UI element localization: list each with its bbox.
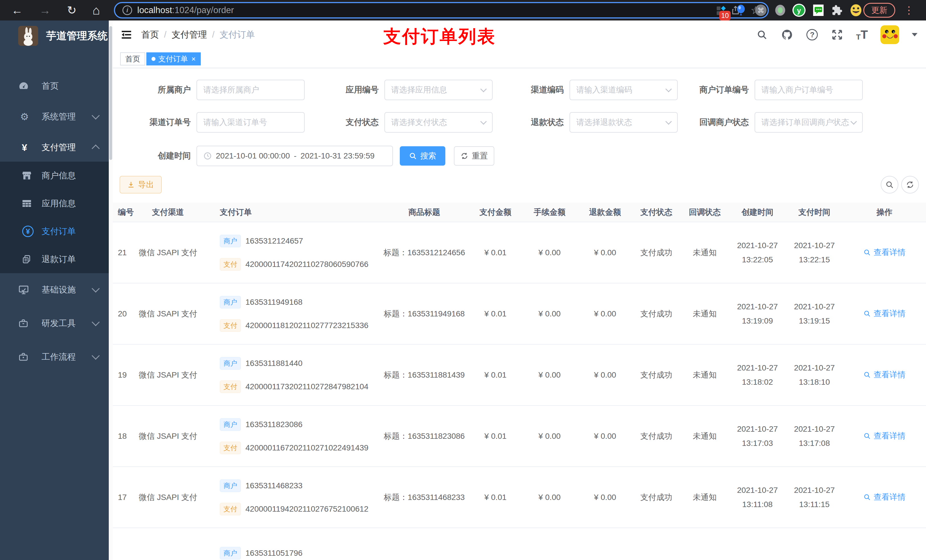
search-icon[interactable] [756,29,768,41]
export-button[interactable]: 导出 [120,176,162,193]
placeholder: 请选择退款状态 [576,117,632,128]
sidebar-item-label: 基础设施 [42,284,76,296]
date-end: 2021-10-31 23:59:59 [300,151,374,160]
sidebar-item-refund-order[interactable]: 退款订单 [0,245,109,273]
sidebar-item-label: 系统管理 [42,111,76,123]
breadcrumb: 首页 / 支付管理 / 支付订单 [141,21,255,49]
refund-status-select[interactable]: 请选择退款状态 [569,112,678,133]
view-detail-link[interactable]: 查看详情 [863,492,905,503]
view-detail-link[interactable]: 查看详情 [863,430,905,441]
grid-extension-icon[interactable]: 10 [714,3,728,17]
dot-extension-icon[interactable] [773,3,787,17]
col-channel: 支付渠道 [137,202,199,222]
breadcrumb-separator: / [212,30,215,40]
browser-reload-icon[interactable]: ↻ [64,3,79,18]
cell-created: 2021-10-27 13:19:09 [729,283,786,344]
browser-forward-icon[interactable]: → [38,3,52,18]
paid-date: 2021-10-27 [794,486,835,495]
browser-update-button[interactable]: 更新 [863,3,895,18]
browser-toolbar: ← → ↻ ⌂ i localhost:1024/pay/order ☆ 10 … [0,0,926,21]
briefcase-icon [18,352,31,362]
date-separator: - [294,151,297,160]
extension-badge: 10 [719,11,731,21]
pay-status-select[interactable]: 请选择支付状态 [384,112,493,133]
puzzle-extensions-icon[interactable] [830,3,844,17]
search-button-label: 搜索 [420,151,436,162]
avatar[interactable] [881,25,899,44]
sidebar-item-merchant-info[interactable]: 商户信息 [0,162,109,190]
cell-channel: 微信 JSAPI 支付 [137,406,199,466]
browser-home-icon[interactable]: ⌂ [89,3,104,18]
breadcrumb-home[interactable]: 首页 [141,29,159,41]
scrollbar-thumb[interactable] [109,26,112,160]
tab-close-icon[interactable]: × [191,54,196,63]
view-detail-link[interactable]: 查看详情 [863,308,905,319]
table-grid-icon [22,198,34,208]
app-select[interactable]: 请选择应用信息 [384,80,493,100]
pay-tag: 支付 [220,319,241,332]
merchant-order-input[interactable]: 请输入商户订单编号 [755,80,863,100]
sidebar-item-home[interactable]: 首页 [0,72,109,100]
url-host: localhost [137,5,172,15]
sidebar-item-infrastructure[interactable]: 基础设施 [0,275,109,304]
channel-order-input[interactable]: 请输入渠道订单号 [197,112,305,133]
date-range-input[interactable]: 2021-10-01 00:00:00 - 2021-10-31 23:59:5… [197,146,393,166]
browser-menu-icon[interactable]: ⋮ [903,3,915,18]
search-button[interactable]: 搜索 [400,146,445,166]
y-extension-icon[interactable]: y [792,3,806,17]
sidebar: 芋道管理系统 首页 ⚙ 系统管理 ¥ 支付管理 商户信息 [0,21,109,560]
fullscreen-icon[interactable] [831,29,843,41]
filter-label: 渠道订单号 [113,112,191,133]
col-notify: 回调状态 [681,202,729,222]
tab-pay-order[interactable]: 支付订单 × [146,52,201,65]
view-detail-label: 查看详情 [874,247,905,258]
site-info-icon[interactable]: i [123,5,132,15]
sidebar-item-app-info[interactable]: 应用信息 [0,190,109,217]
emoji-extension-icon[interactable] [849,3,863,17]
command-extension-icon[interactable]: ⌘ [754,3,768,17]
toggle-search-button[interactable] [881,176,899,193]
channel-code-select[interactable]: 请输入渠道编码 [569,80,678,100]
sidebar-item-pay-order[interactable]: ¥ 支付订单 [0,217,109,245]
avatar-caret-icon[interactable] [912,33,917,36]
cell-created: 2021-10-27 13:11:08 [729,466,786,528]
chevron-down-icon [480,86,487,92]
merchant-select[interactable]: 请选择所属商户 [197,80,305,100]
cell-created: 2021-10-27 13:17:03 [729,406,786,466]
cell-refund: ¥ 0.00 [578,466,632,528]
help-icon[interactable]: ? [806,29,819,41]
view-detail-link[interactable]: 查看详情 [863,369,905,380]
font-size-icon[interactable]: TT [856,28,868,42]
top-navbar: 首页 / 支付管理 / 支付订单 支付订单列表 ? TT [113,21,926,49]
balloon-extension-icon[interactable] [734,3,748,17]
sidebar-scrollbar[interactable] [109,21,113,560]
sidebar-item-label: 退款订单 [42,254,76,265]
merchant-tag: 商户 [220,480,241,492]
reset-button[interactable]: 重置 [454,146,494,166]
browser-back-icon[interactable]: ← [10,3,24,18]
breadcrumb-payment[interactable]: 支付管理 [172,29,207,41]
sidebar-logo[interactable]: 芋道管理系统 [0,21,109,51]
sidebar-item-system[interactable]: ⚙ 系统管理 [0,103,109,131]
address-bar[interactable]: i localhost:1024/pay/order ☆ [114,2,769,18]
placeholder: 请输入渠道编码 [576,85,632,95]
app-title: 芋道管理系统 [46,29,107,43]
notify-status-select[interactable]: 请选择订单回调商户状态 [755,112,863,133]
sidebar-item-dev-tools[interactable]: 研发工具 [0,309,109,338]
url-path: :1024/pay/order [172,5,234,15]
cell-paid: 2021-10-27 13:11:15 [786,466,843,528]
chat-extension-icon[interactable] [811,3,825,17]
tab-active-dot [151,57,156,61]
view-detail-label: 查看详情 [874,492,905,503]
view-detail-link[interactable]: 查看详情 [863,247,905,258]
sidebar-item-workflow[interactable]: 工作流程 [0,343,109,371]
refresh-button[interactable] [901,176,919,193]
github-icon[interactable] [781,29,793,41]
tab-home[interactable]: 首页 [120,52,145,65]
cell-channel: 微信 JSAPI 支付 [137,222,199,283]
cell-title: 标题：1635311949168 [379,283,470,344]
table-row: 21 微信 JSAPI 支付 商户 1635312124657 支付 42000… [113,222,926,283]
sidebar-item-payment[interactable]: ¥ 支付管理 [0,133,109,162]
placeholder: 请输入渠道订单号 [203,117,267,128]
sidebar-fold-icon[interactable] [120,29,133,41]
